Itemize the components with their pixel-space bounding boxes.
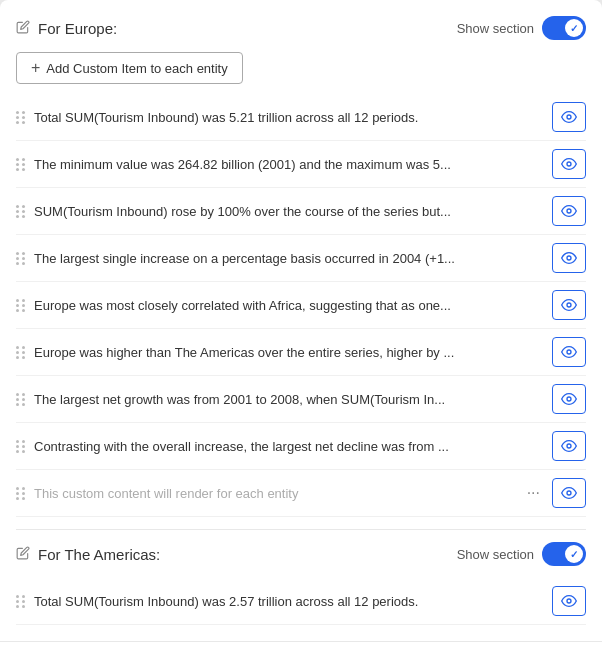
add-custom-item-button-europe[interactable]: +Add Custom Item to each entity — [16, 52, 243, 84]
list-item: The minimum value was 264.82 billion (20… — [16, 141, 586, 188]
item-text: Europe was higher than The Americas over… — [34, 345, 544, 360]
drag-dots-icon — [16, 440, 26, 453]
list-item: Europe was higher than The Americas over… — [16, 329, 586, 376]
show-section-label-europe: Show section — [457, 21, 534, 36]
svg-point-4 — [567, 303, 571, 307]
pencil-icon — [16, 20, 30, 37]
drag-dots-icon — [16, 158, 26, 171]
section-divider — [16, 529, 586, 530]
drag-dots-icon — [16, 393, 26, 406]
eye-icon — [561, 297, 577, 313]
show-section-area-americas: Show section ✓ — [457, 542, 586, 566]
visibility-toggle-button[interactable] — [552, 431, 586, 461]
item-text: This custom content will render for each… — [34, 486, 515, 501]
eye-icon — [561, 438, 577, 454]
eye-icon — [561, 344, 577, 360]
drag-handle[interactable] — [16, 252, 26, 265]
drag-dots-icon — [16, 299, 26, 312]
drag-handle[interactable] — [16, 393, 26, 406]
list-item: The largest net growth was from 2001 to … — [16, 376, 586, 423]
item-text: SUM(Tourism Inbound) rose by 100% over t… — [34, 204, 544, 219]
toggle-americas[interactable]: ✓ — [542, 542, 586, 566]
svg-point-9 — [567, 599, 571, 603]
toggle-europe[interactable]: ✓ — [542, 16, 586, 40]
svg-point-7 — [567, 444, 571, 448]
svg-point-1 — [567, 162, 571, 166]
section-title-europe: For Europe: — [16, 20, 117, 37]
drag-handle[interactable] — [16, 111, 26, 124]
item-text: The minimum value was 264.82 billion (20… — [34, 157, 544, 172]
drag-dots-icon — [16, 252, 26, 265]
section-title-text-europe: For Europe: — [38, 20, 117, 37]
toggle-check-europe: ✓ — [570, 23, 578, 34]
visibility-toggle-button[interactable] — [552, 196, 586, 226]
drag-handle[interactable] — [16, 346, 26, 359]
section-title-text-americas: For The Americas: — [38, 546, 160, 563]
modal-body: For Europe:Show section ✓ +Add Custom It… — [0, 0, 602, 641]
eye-icon — [561, 593, 577, 609]
drag-handle[interactable] — [16, 440, 26, 453]
drag-dots-icon — [16, 111, 26, 124]
item-text: The largest single increase on a percent… — [34, 251, 544, 266]
drag-handle[interactable] — [16, 299, 26, 312]
drag-dots-icon — [16, 205, 26, 218]
item-text: The largest net growth was from 2001 to … — [34, 392, 544, 407]
modal-container: For Europe:Show section ✓ +Add Custom It… — [0, 0, 602, 647]
list-item: Total SUM(Tourism Inbound) was 5.21 tril… — [16, 94, 586, 141]
modal-footer: Cancel Save — [0, 641, 602, 647]
visibility-toggle-button[interactable] — [552, 586, 586, 616]
visibility-toggle-button[interactable] — [552, 478, 586, 508]
add-button-label-europe: Add Custom Item to each entity — [46, 61, 227, 76]
list-item: Total SUM(Tourism Inbound) was 2.57 tril… — [16, 578, 586, 625]
visibility-toggle-button[interactable] — [552, 243, 586, 273]
list-item: The largest single increase on a percent… — [16, 235, 586, 282]
item-text: Contrasting with the overall increase, t… — [34, 439, 544, 454]
drag-handle[interactable] — [16, 205, 26, 218]
drag-dots-icon — [16, 595, 26, 608]
visibility-toggle-button[interactable] — [552, 337, 586, 367]
drag-dots-icon — [16, 346, 26, 359]
svg-point-8 — [567, 491, 571, 495]
list-item: SUM(Tourism Inbound) rose by 100% over t… — [16, 188, 586, 235]
visibility-toggle-button[interactable] — [552, 102, 586, 132]
section-europe: For Europe:Show section ✓ +Add Custom It… — [16, 16, 586, 530]
drag-dots-icon — [16, 487, 26, 500]
item-text: Europe was most closely correlated with … — [34, 298, 544, 313]
list-item: Contrasting with the overall increase, t… — [16, 423, 586, 470]
eye-icon — [561, 109, 577, 125]
eye-icon — [561, 203, 577, 219]
section-title-americas: For The Americas: — [16, 546, 160, 563]
list-item: This custom content will render for each… — [16, 470, 586, 517]
svg-point-2 — [567, 209, 571, 213]
list-item: Europe was most closely correlated with … — [16, 282, 586, 329]
eye-icon — [561, 485, 577, 501]
section-header-americas: For The Americas:Show section ✓ — [16, 542, 586, 566]
section-americas: For The Americas:Show section ✓ Total SU… — [16, 542, 586, 625]
drag-handle[interactable] — [16, 158, 26, 171]
svg-point-3 — [567, 256, 571, 260]
drag-handle[interactable] — [16, 487, 26, 500]
item-text: Total SUM(Tourism Inbound) was 2.57 tril… — [34, 594, 544, 609]
eye-icon — [561, 250, 577, 266]
svg-point-0 — [567, 115, 571, 119]
plus-icon: + — [31, 59, 40, 77]
pencil-icon — [16, 546, 30, 563]
visibility-toggle-button[interactable] — [552, 149, 586, 179]
show-section-label-americas: Show section — [457, 547, 534, 562]
eye-icon — [561, 391, 577, 407]
item-text: Total SUM(Tourism Inbound) was 5.21 tril… — [34, 110, 544, 125]
show-section-area-europe: Show section ✓ — [457, 16, 586, 40]
eye-icon — [561, 156, 577, 172]
item-more-button[interactable]: ··· — [523, 484, 544, 502]
toggle-check-americas: ✓ — [570, 549, 578, 560]
visibility-toggle-button[interactable] — [552, 384, 586, 414]
section-header-europe: For Europe:Show section ✓ — [16, 16, 586, 40]
visibility-toggle-button[interactable] — [552, 290, 586, 320]
drag-handle[interactable] — [16, 595, 26, 608]
svg-point-5 — [567, 350, 571, 354]
svg-point-6 — [567, 397, 571, 401]
